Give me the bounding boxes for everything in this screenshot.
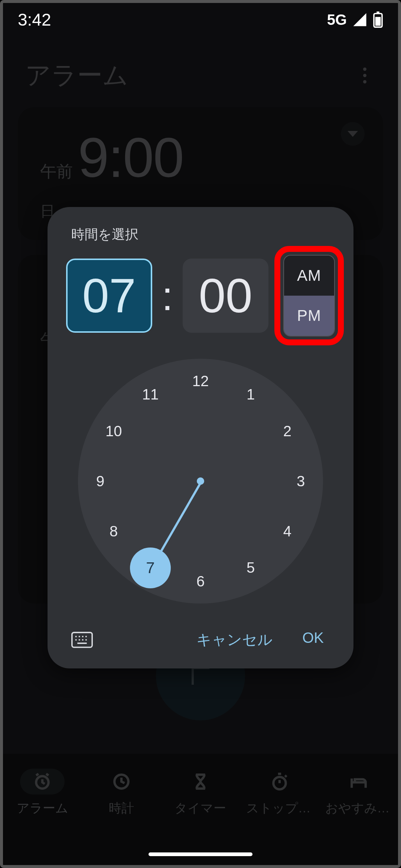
clock-number[interactable]: 4	[274, 518, 300, 544]
clock-number[interactable]: 6	[188, 568, 213, 594]
clock-number[interactable]: 11	[137, 381, 163, 407]
clock-number[interactable]: 10	[101, 418, 127, 444]
pm-button[interactable]: PM	[284, 296, 334, 336]
time-inputs-row: 07 : 00 AM PM	[66, 255, 335, 336]
ok-button[interactable]: OK	[302, 629, 324, 650]
svg-rect-2	[375, 17, 381, 26]
clock-number[interactable]: 3	[288, 468, 314, 494]
dialog-title: 時間を選択	[71, 226, 335, 244]
dialog-actions: キャンセル OK	[66, 626, 335, 654]
signal-icon	[352, 12, 368, 27]
clock-number[interactable]: 2	[274, 418, 300, 444]
clock-number[interactable]: 1	[238, 381, 264, 407]
home-indicator[interactable]	[149, 852, 252, 856]
hour-field[interactable]: 07	[66, 259, 152, 333]
minute-field[interactable]: 00	[183, 259, 268, 333]
status-right: 5G	[327, 11, 383, 28]
svg-rect-1	[376, 11, 379, 14]
time-picker-dialog: 時間を選択 07 : 00 AM PM 121234568910117	[48, 207, 353, 668]
status-bar: 3:42 5G	[3, 3, 398, 36]
cancel-button[interactable]: キャンセル	[196, 629, 273, 650]
clock-number[interactable]: 8	[101, 518, 127, 544]
am-button[interactable]: AM	[284, 256, 334, 296]
clock-selected-number[interactable]: 7	[130, 548, 171, 588]
ampm-toggle: AM PM	[283, 255, 335, 336]
status-time: 3:42	[18, 10, 51, 30]
battery-icon	[373, 11, 383, 28]
clock-number[interactable]: 9	[87, 468, 113, 494]
keyboard-icon[interactable]	[71, 632, 93, 648]
network-5g-label: 5G	[327, 11, 347, 28]
clock-number[interactable]: 12	[188, 368, 213, 394]
clock-face[interactable]: 121234568910117	[78, 359, 323, 604]
time-colon: :	[160, 272, 176, 319]
clock-number[interactable]: 5	[238, 555, 264, 581]
